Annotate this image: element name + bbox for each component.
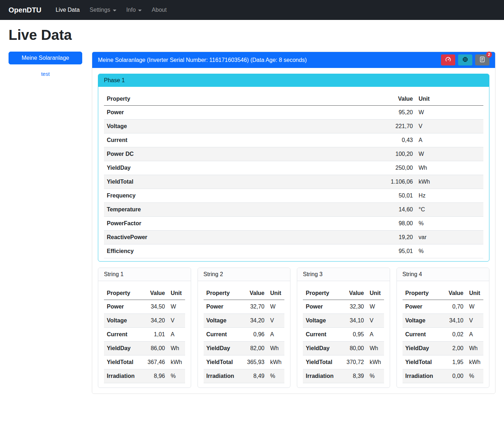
column-header-property: Property: [204, 287, 243, 300]
value-cell: 367,46: [144, 355, 168, 369]
table-row: Voltage 34,20 V: [104, 314, 185, 328]
property-cell: Power: [204, 300, 243, 314]
unit-cell: %: [416, 217, 483, 231]
table-row: Power 95,20 W: [104, 106, 483, 120]
column-header-property: Property: [303, 287, 343, 300]
property-cell: YieldTotal: [204, 355, 243, 369]
inverter-panel-header: Meine Solaranlage (Inverter Serial Numbe…: [92, 52, 495, 68]
string-card-4: String 4 Property Value Unit: [397, 268, 490, 388]
property-cell: YieldDay: [403, 342, 442, 355]
property-cell: Current: [104, 328, 144, 342]
unit-cell: W: [168, 300, 185, 314]
table-row: Efficiency 95,01 %: [104, 244, 483, 258]
value-cell: 19,20: [377, 231, 416, 244]
unit-cell: %: [267, 369, 284, 383]
table-row: YieldTotal 367,46 kWh: [104, 355, 185, 369]
unit-cell: %: [416, 244, 483, 258]
nav-settings[interactable]: Settings: [85, 4, 121, 16]
phase-card: Phase 1 Property Value Unit: [98, 74, 489, 262]
table-row: YieldDay 82,00 Wh: [204, 342, 285, 355]
property-cell: Voltage: [204, 314, 243, 328]
column-header-value: Value: [442, 287, 466, 300]
unit-cell: Wh: [367, 342, 384, 355]
value-cell: 1,95: [442, 355, 466, 369]
property-cell: YieldTotal: [104, 175, 377, 189]
event-count-badge: 2: [486, 52, 492, 58]
value-cell: 34,10: [442, 314, 466, 328]
cpu-chip-icon: [462, 56, 468, 64]
phase-table: Property Value Unit Power: [104, 93, 483, 258]
column-header-unit: Unit: [168, 287, 185, 300]
unit-cell: A: [267, 328, 284, 342]
property-cell: Voltage: [104, 314, 144, 328]
column-header-value: Value: [144, 287, 168, 300]
value-cell: 32,30: [343, 300, 367, 314]
string-table: Property Value Unit: [204, 287, 285, 383]
property-cell: Voltage: [303, 314, 343, 328]
property-cell: YieldDay: [303, 342, 343, 355]
value-cell: 0,00: [442, 369, 466, 383]
string-card-2: String 2 Property Value Unit: [198, 268, 291, 388]
table-row: Frequency 50,01 Hz: [104, 189, 483, 203]
unit-cell: V: [416, 120, 483, 133]
nav-info-label: Info: [126, 7, 136, 13]
inverter-sidebar: Meine Solaranlage test: [9, 52, 82, 77]
table-row: Voltage 221,70 V: [104, 120, 483, 133]
unit-cell: A: [466, 328, 483, 342]
value-cell: 365,93: [243, 355, 267, 369]
value-cell: 8,39: [343, 369, 367, 383]
property-cell: Power DC: [104, 147, 377, 161]
property-cell: YieldTotal: [104, 355, 144, 369]
string-table: Property Value Unit: [403, 287, 484, 383]
table-row: Voltage 34,10 V: [403, 314, 484, 328]
value-cell: 1,01: [144, 328, 168, 342]
value-cell: 32,70: [243, 300, 267, 314]
table-row: YieldTotal 370,72 kWh: [303, 355, 384, 369]
inverter-select-button[interactable]: Meine Solaranlage: [9, 52, 82, 64]
table-row: PowerFactor 98,00 %: [104, 217, 483, 231]
value-cell: 82,00: [243, 342, 267, 355]
table-header-row: Property Value Unit: [403, 287, 484, 300]
brand[interactable]: OpenDTU: [9, 6, 41, 14]
property-cell: PowerFactor: [104, 217, 377, 231]
value-cell: 80,00: [343, 342, 367, 355]
value-cell: 98,00: [377, 217, 416, 231]
unit-cell: °C: [416, 203, 483, 217]
nav-info[interactable]: Info: [121, 4, 147, 16]
property-cell: Current: [104, 133, 377, 147]
unit-cell: kWh: [416, 175, 483, 189]
unit-cell: %: [168, 369, 185, 383]
unit-cell: V: [168, 314, 185, 328]
unit-cell: W: [416, 106, 483, 120]
value-cell: 95,01: [377, 244, 416, 258]
unit-cell: var: [416, 231, 483, 244]
strings-row: String 1 Property Value Unit: [98, 268, 489, 388]
device-info-button[interactable]: [458, 54, 472, 65]
property-cell: ReactivePower: [104, 231, 377, 244]
limit-settings-button[interactable]: [441, 54, 455, 65]
value-cell: 0,43: [377, 133, 416, 147]
table-row: ReactivePower 19,20 var: [104, 231, 483, 244]
unit-cell: Wh: [466, 342, 483, 355]
unit-cell: W: [267, 300, 284, 314]
event-log-button[interactable]: 2: [475, 54, 489, 65]
value-cell: 34,20: [243, 314, 267, 328]
string-card-title: String 3: [297, 268, 390, 281]
property-cell: Current: [403, 328, 442, 342]
table-row: YieldDay 86,00 Wh: [104, 342, 185, 355]
unit-cell: kWh: [466, 355, 483, 369]
inverter-link-test[interactable]: test: [9, 71, 82, 77]
string-card-title: String 2: [198, 268, 290, 281]
value-cell: 95,20: [377, 106, 416, 120]
table-row: Current 0,02 A: [403, 328, 484, 342]
unit-cell: A: [168, 328, 185, 342]
nav-about[interactable]: About: [147, 4, 172, 16]
value-cell: 2,00: [442, 342, 466, 355]
property-cell: Power: [104, 106, 377, 120]
unit-cell: Wh: [416, 161, 483, 175]
value-cell: 221,70: [377, 120, 416, 133]
unit-cell: Wh: [168, 342, 185, 355]
nav-live-data[interactable]: Live Data: [51, 4, 85, 16]
column-header-unit: Unit: [367, 287, 384, 300]
property-cell: Efficiency: [104, 244, 377, 258]
